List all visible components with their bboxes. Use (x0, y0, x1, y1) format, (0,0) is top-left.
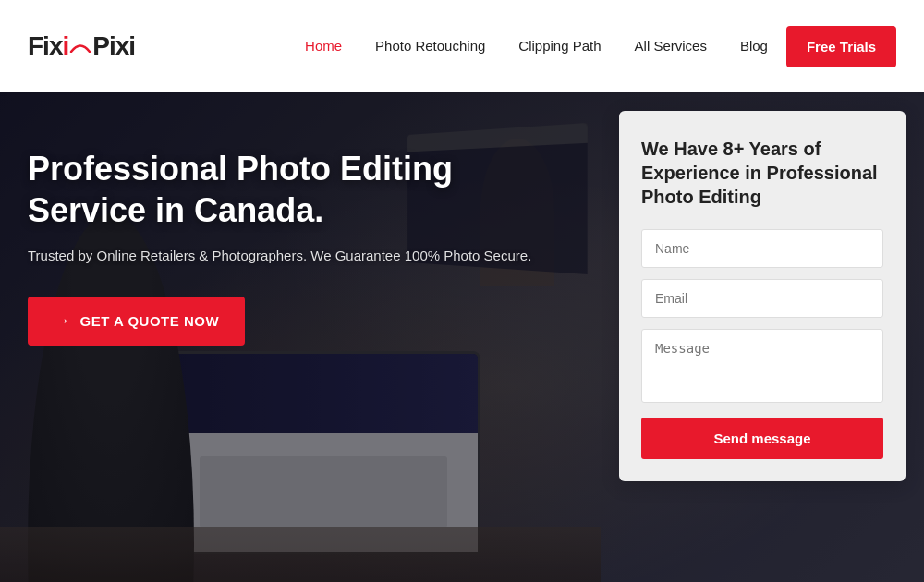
email-input[interactable] (641, 279, 883, 318)
logo-text-pixi: Pixi (92, 31, 135, 60)
nav-link-blog[interactable]: Blog (740, 38, 768, 54)
nav-item-blog[interactable]: Blog (740, 38, 768, 55)
logo[interactable]: FixiPixi (28, 31, 135, 61)
send-message-button[interactable]: Send message (641, 418, 883, 459)
logo-i: i (62, 31, 68, 60)
hero-content: Professional Photo Editing Service in Ca… (28, 148, 545, 346)
nav-links: Home Photo Retouching Clipping Path All … (305, 38, 768, 55)
hero-title: Professional Photo Editing Service in Ca… (28, 148, 545, 231)
logo-arc-icon (68, 40, 92, 53)
nav-item-all-services[interactable]: All Services (635, 38, 707, 55)
arrow-icon: → (54, 311, 71, 331)
nav-item-photo-retouching[interactable]: Photo Retouching (375, 38, 485, 55)
nav-link-photo-retouching[interactable]: Photo Retouching (375, 38, 485, 54)
nav-link-clipping-path[interactable]: Clipping Path (518, 38, 601, 54)
navbar: FixiPixi Home Photo Retouching Clipping … (0, 0, 924, 92)
free-trials-button[interactable]: Free Trials (786, 26, 896, 67)
form-title: We Have 8+ Years of Experience in Profes… (641, 137, 883, 209)
nav-item-home[interactable]: Home (305, 38, 342, 55)
contact-form-card: We Have 8+ Years of Experience in Profes… (619, 111, 906, 481)
nav-link-all-services[interactable]: All Services (635, 38, 707, 54)
nav-item-clipping-path[interactable]: Clipping Path (518, 38, 601, 55)
message-input[interactable] (641, 329, 883, 403)
hero-subtitle: Trusted by Online Retailers & Photograph… (28, 248, 545, 263)
get-quote-button[interactable]: → GET A QUOTE NOW (28, 297, 245, 346)
nav-link-home[interactable]: Home (305, 38, 342, 54)
hero-cta-label: GET A QUOTE NOW (80, 313, 220, 329)
logo-text-fix: Fix (28, 31, 62, 60)
hero-section: Professional Photo Editing Service in Ca… (0, 92, 924, 582)
name-input[interactable] (641, 229, 883, 268)
